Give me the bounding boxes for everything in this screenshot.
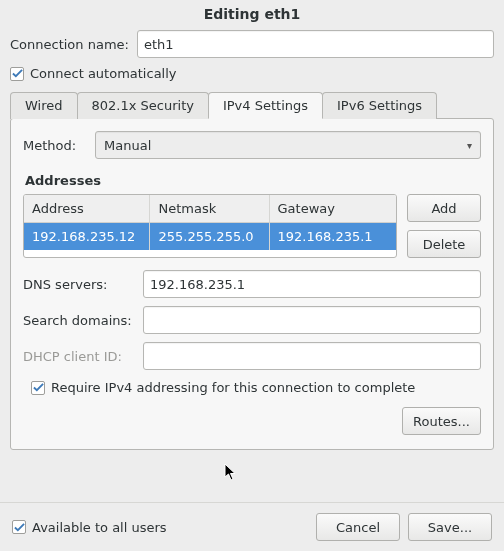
cancel-button[interactable]: Cancel <box>316 513 400 541</box>
cell-gateway: 192.168.235.1 <box>270 223 397 250</box>
check-icon <box>14 522 25 533</box>
col-gateway[interactable]: Gateway <box>270 195 397 222</box>
dns-servers-input[interactable] <box>143 270 481 298</box>
add-button[interactable]: Add <box>407 194 481 222</box>
table-row[interactable]: 192.168.235.12 255.255.255.0 192.168.235… <box>24 223 396 250</box>
dhcp-client-id-input <box>143 342 481 370</box>
tab-ipv6-settings[interactable]: IPv6 Settings <box>322 92 437 119</box>
connect-automatically-label: Connect automatically <box>30 66 177 81</box>
dns-servers-row: DNS servers: <box>23 270 481 298</box>
available-all-users-checkbox[interactable] <box>12 520 26 534</box>
cell-netmask: 255.255.255.0 <box>150 223 269 250</box>
addresses-table[interactable]: Address Netmask Gateway 192.168.235.12 2… <box>23 194 397 258</box>
check-icon <box>12 68 23 79</box>
search-domains-row: Search domains: <box>23 306 481 334</box>
addresses-header-row: Address Netmask Gateway <box>24 195 396 223</box>
connect-automatically-row: Connect automatically <box>0 66 504 81</box>
cell-address: 192.168.235.12 <box>24 223 150 250</box>
method-combobox[interactable]: Manual ▾ <box>95 131 481 159</box>
tabs-container: Wired 802.1x Security IPv4 Settings IPv6… <box>0 91 504 450</box>
require-ipv4-label: Require IPv4 addressing for this connect… <box>51 380 415 395</box>
chevron-down-icon: ▾ <box>467 140 472 151</box>
col-address[interactable]: Address <box>24 195 150 222</box>
available-all-users-label: Available to all users <box>32 520 167 535</box>
tab-8021x-security[interactable]: 802.1x Security <box>77 92 209 119</box>
search-domains-input[interactable] <box>143 306 481 334</box>
tab-ipv4-settings[interactable]: IPv4 Settings <box>208 92 323 119</box>
addresses-heading: Addresses <box>25 173 481 188</box>
require-ipv4-row: Require IPv4 addressing for this connect… <box>31 380 481 395</box>
connection-name-row: Connection name: <box>0 30 504 58</box>
addresses-buttons: Add Delete <box>407 194 481 258</box>
dialog-footer: Available to all users Cancel Save... <box>0 502 504 551</box>
save-button[interactable]: Save... <box>408 513 492 541</box>
addresses-area: Address Netmask Gateway 192.168.235.12 2… <box>23 194 481 258</box>
mouse-cursor-icon <box>224 463 238 484</box>
require-ipv4-checkbox[interactable] <box>31 381 45 395</box>
col-netmask[interactable]: Netmask <box>150 195 269 222</box>
dhcp-client-id-label: DHCP client ID: <box>23 349 143 364</box>
tab-strip: Wired 802.1x Security IPv4 Settings IPv6… <box>10 91 494 118</box>
delete-button[interactable]: Delete <box>407 230 481 258</box>
search-domains-label: Search domains: <box>23 313 143 328</box>
connection-name-input[interactable] <box>137 30 494 58</box>
connect-automatically-checkbox[interactable] <box>10 67 24 81</box>
network-connection-editor: Editing eth1 Connection name: Connect au… <box>0 0 504 551</box>
ipv4-settings-panel: Method: Manual ▾ Addresses Address Netma… <box>10 118 494 450</box>
routes-button[interactable]: Routes... <box>402 407 481 435</box>
method-value: Manual <box>104 138 151 153</box>
dhcp-client-id-row: DHCP client ID: <box>23 342 481 370</box>
method-label: Method: <box>23 138 95 153</box>
window-title: Editing eth1 <box>0 0 504 30</box>
tab-wired[interactable]: Wired <box>10 92 78 119</box>
method-row: Method: Manual ▾ <box>23 131 481 159</box>
dns-servers-label: DNS servers: <box>23 277 143 292</box>
routes-row: Routes... <box>23 407 481 435</box>
check-icon <box>33 382 44 393</box>
connection-name-label: Connection name: <box>10 37 129 52</box>
